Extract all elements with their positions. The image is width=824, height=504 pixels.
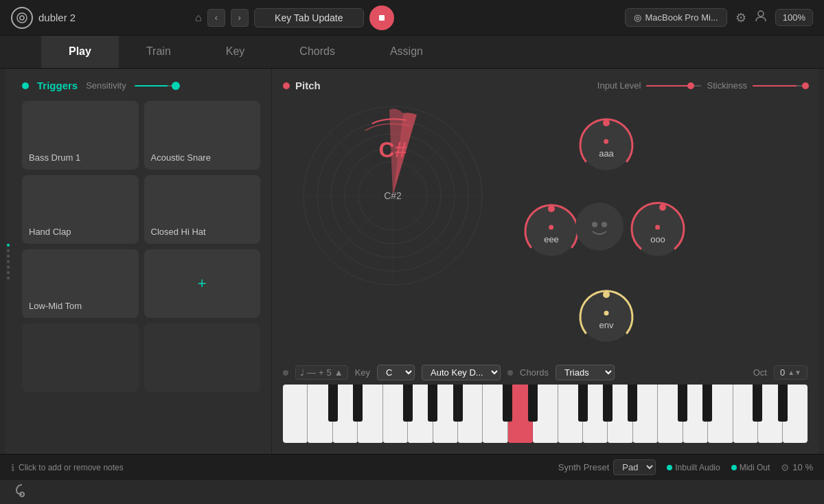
add-icon: + [198,275,207,293]
pad-label: Acoustic Snare [151,152,211,163]
back-button[interactable]: ‹ [207,9,225,27]
tab-train[interactable]: Train [119,36,198,68]
vowel-aaa-label: aaa [599,148,614,159]
settings-button[interactable]: ⚙ [735,10,746,25]
semitone-icon: ♩ [300,367,304,378]
white-key[interactable] [283,385,308,443]
current-note: C# [379,137,407,163]
pitch-label: Pitch [283,80,321,91]
white-key[interactable] [433,385,458,443]
tab-assign[interactable]: Assign [363,36,450,68]
tab-key[interactable]: Key [198,36,273,68]
record-button[interactable] [369,5,394,30]
left-edge [5,69,11,454]
pad-add[interactable]: + [144,249,261,318]
white-key[interactable] [658,385,683,443]
vowel-ooo-knob[interactable]: ooo [627,199,689,264]
pad-empty-1 [22,323,139,392]
white-key[interactable] [783,385,807,443]
svg-point-22 [602,222,607,227]
sensitivity-slider[interactable] [135,85,176,87]
input-level-label: Input Level [597,80,641,91]
white-key[interactable] [608,385,632,443]
pad-bass-drum[interactable]: Bass Drum 1 [22,101,139,170]
white-key[interactable] [458,385,483,443]
user-button[interactable] [755,10,767,25]
info-text: Click to add or remove notes [19,463,124,472]
edge-dot [7,277,10,279]
svg-point-18 [603,119,610,126]
pitch-circle: C# C#2 [297,100,489,292]
preset-dropdown[interactable]: Pad [613,459,656,475]
chords-mode-dropdown[interactable]: Triads Seventh [556,365,615,380]
synth-preset-label: Synth Preset [558,462,609,472]
mode-dropdown[interactable]: Auto Key D... Major Minor [422,365,501,380]
edge-dot [7,244,10,247]
stickiness-label: Stickiness [707,80,747,91]
white-key[interactable] [558,385,583,443]
tab-play[interactable]: Play [41,36,119,68]
white-key[interactable] [708,385,733,443]
volume-control[interactable]: ⚙ 10 % [781,462,813,473]
oct-control[interactable]: 0 ▲▼ [774,365,808,380]
midi-out-indicator: Midi Out [731,463,770,472]
edge-dot [7,260,10,263]
white-key[interactable] [533,385,558,443]
synth-preset: Synth Preset Pad [558,459,656,475]
nav-center: ⌂ ‹ › Key Tab Update [195,5,394,30]
white-key[interactable] [583,385,608,443]
vowel-eee-knob[interactable]: eee [520,199,582,264]
white-key[interactable] [408,385,433,443]
white-key[interactable] [483,385,507,443]
midi-out-dot [731,465,737,470]
midi-out-label: Midi Out [740,463,770,472]
pad-acoustic-snare[interactable]: Acoustic Snare [144,101,261,170]
vowel-env-knob[interactable]: env [575,285,637,350]
device-icon: ◎ [634,12,641,23]
project-name[interactable]: Key Tab Update [254,8,364,27]
white-key[interactable] [383,385,408,443]
white-key[interactable] [683,385,708,443]
piano-keyboard[interactable] [283,385,808,443]
triggers-header: Triggers Sensitivity [22,80,260,91]
svg-rect-2 [379,15,385,21]
svg-point-24 [659,204,666,211]
white-key[interactable] [733,385,758,443]
forward-button[interactable]: › [231,9,249,27]
edge-dot [7,249,10,252]
key-dropdown[interactable]: C C# D [377,365,415,380]
white-keys-container [283,385,808,443]
device-selector[interactable]: ◎ MacBook Pro Mi... [625,8,727,27]
pad-hand-clap[interactable]: Hand Clap [22,175,139,244]
semitone-up[interactable]: ▲ [334,367,343,378]
svg-point-21 [592,222,597,227]
vowel-ooo-label: ooo [650,234,665,244]
left-panel: Triggers Sensitivity Bass Drum 1 Acousti… [11,69,272,454]
pad-closed-hihat[interactable]: Closed Hi Hat [144,175,261,244]
home-icon[interactable]: ⌂ [195,12,202,24]
pad-low-mid-tom[interactable]: Low-Mid Tom [22,249,139,318]
right-panel: Pitch Input Level Stickiness [272,69,819,454]
oct-stepper[interactable]: ▲▼ [788,369,801,376]
pad-empty-2 [144,323,261,392]
tab-chords[interactable]: Chords [272,36,363,68]
inbuilt-audio-indicator: Inbuilt Audio [667,463,720,472]
white-key[interactable] [758,385,783,443]
white-key[interactable] [358,385,382,443]
white-key[interactable] [308,385,332,443]
white-key-highlighted[interactable] [508,385,533,443]
vowel-eee-label: eee [544,234,559,244]
pitch-circle-area: C# C#2 [283,100,503,360]
white-key[interactable] [633,385,658,443]
edge-dot [7,271,10,274]
stickiness-slider[interactable] [753,85,808,87]
semitone-value: 5 [327,367,332,378]
zoom-display[interactable]: 100% [775,9,813,26]
device-name: MacBook Pro Mi... [645,12,718,23]
vowel-aaa-knob[interactable]: aaa [575,113,637,178]
input-level-slider[interactable] [646,85,701,87]
semitone-control[interactable]: ♩ — + 5 ▲ [295,365,348,380]
main-content: Triggers Sensitivity Bass Drum 1 Acousti… [5,69,819,454]
white-key[interactable] [333,385,358,443]
volume-display: 10 % [792,462,813,472]
